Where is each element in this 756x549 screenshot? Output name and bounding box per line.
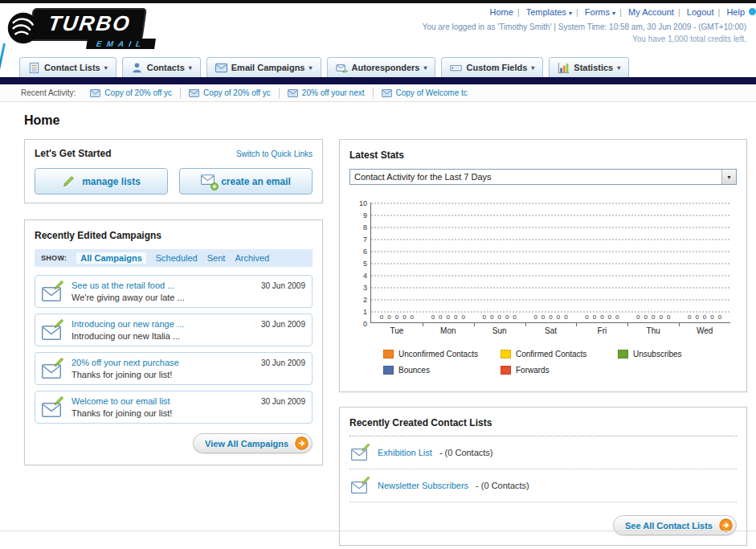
custom-fields-icon	[450, 62, 462, 74]
campaign-subtitle: Thanks for joining our list!	[72, 370, 179, 379]
chart-x-label: Sat	[525, 323, 577, 335]
stats-panel-title: Latest Stats	[349, 150, 737, 161]
chart-value-label: 0	[695, 313, 698, 321]
filter-sent[interactable]: Sent	[207, 253, 226, 263]
campaign-date: 30 Jun 2009	[261, 396, 305, 406]
contact-list-count: - (0 Contacts)	[476, 481, 529, 490]
chart-value-label: 0	[431, 313, 435, 321]
logo-text-primary: TURBO	[47, 11, 133, 35]
get-started-panel: Let's Get Started Switch to Quick Links …	[24, 139, 323, 203]
contact-list-link[interactable]: Newsletter Subscribers	[378, 481, 468, 490]
filter-scheduled[interactable]: Scheduled	[156, 253, 198, 263]
chart-y-tick: 2	[363, 297, 367, 303]
chart-y-tick: 9	[363, 212, 367, 219]
switch-to-quick-links-link[interactable]: Switch to Quick Links	[236, 150, 313, 158]
recent-activity-item[interactable]: 20% off your next	[280, 88, 374, 99]
header-right: Home| Templates ▾| Forms ▾| My Account| …	[423, 7, 746, 43]
campaign-title-link[interactable]: See us at the retail food ...	[72, 281, 185, 290]
campaign-row[interactable]: See us at the retail food ... We're givi…	[35, 275, 313, 308]
edit-campaign-icon	[42, 358, 64, 379]
chart-value-label: 0	[549, 313, 552, 321]
chart-value-label: 0	[483, 313, 486, 321]
view-all-campaigns-label: View All Campaigns	[205, 439, 288, 449]
chart-value-label: 0	[615, 313, 619, 321]
filter-all-campaigns[interactable]: All Campaigns	[76, 252, 145, 264]
create-an-email-button[interactable]: create an email	[179, 168, 313, 195]
top-link-home[interactable]: Home	[489, 7, 513, 17]
chevron-down-icon: ▾	[612, 10, 615, 17]
envelope-icon	[90, 89, 100, 97]
legend-swatch	[618, 350, 628, 358]
chart-value-label: 0	[533, 313, 537, 321]
tab-label: Custom Fields	[466, 63, 527, 72]
chevron-down-icon: ▼	[721, 170, 736, 184]
legend-swatch	[501, 350, 511, 358]
see-all-contact-lists-label: See All Contact Lists	[625, 521, 713, 531]
contact-list-item[interactable]: Newsletter Subscribers - (0 Contacts)	[349, 469, 737, 502]
campaign-title-link[interactable]: Welcome to our email list	[72, 396, 172, 406]
main-nav: Contact Lists ▾ Contacts ▾ Email Campaig…	[0, 55, 756, 77]
link-separator: |	[517, 7, 520, 17]
stats-period-value: Contact Activity for the Last 7 Days	[354, 172, 492, 182]
campaign-title-link[interactable]: Introducing our new range ...	[72, 319, 184, 329]
chart-value-label: 0	[387, 313, 390, 321]
logo-subtext: EMAIL	[86, 39, 156, 49]
campaign-row[interactable]: Welcome to our email list Thanks for joi…	[35, 391, 313, 424]
recent-activity-item[interactable]: Copy of 20% off yc	[181, 88, 280, 99]
app-logo: TURBO EMAIL	[6, 5, 199, 53]
campaign-row[interactable]: Introducing our new range ... Introducin…	[35, 313, 313, 346]
chart-value-label: 0	[447, 313, 450, 321]
legend-swatch	[383, 350, 394, 358]
legend-label: Bounces	[398, 366, 430, 375]
recent-activity-text: Copy of Welcome tc	[396, 88, 468, 97]
chart-y-tick: 10	[359, 200, 367, 207]
tab-email-campaigns[interactable]: Email Campaigns ▾	[206, 57, 321, 77]
link-separator: |	[678, 7, 680, 17]
tab-autoresponders[interactable]: Autoresponders ▾	[327, 57, 436, 77]
chart-day-group: 00000	[423, 313, 474, 321]
chart-day-group: 00000	[474, 313, 525, 321]
chart-value-label: 0	[636, 313, 640, 321]
legend-item: Confirmed Contacts	[501, 350, 618, 358]
legend-label: Unconfirmed Contacts	[398, 350, 478, 358]
tab-label: Contact Lists	[44, 63, 100, 72]
edit-list-icon	[351, 444, 370, 461]
chart-value-label: 0	[439, 313, 442, 321]
view-all-campaigns-button[interactable]: View All Campaigns	[193, 433, 313, 453]
contact-list-link[interactable]: Exhibition List	[378, 448, 432, 457]
chevron-down-icon: ▾	[423, 64, 427, 72]
recent-activity-bar: Recent Activity: Copy of 20% off yc Copy…	[0, 84, 756, 102]
tab-custom-fields[interactable]: Custom Fields ▾	[441, 57, 543, 77]
manage-lists-button[interactable]: manage lists	[35, 168, 168, 195]
envelope-icon	[288, 89, 298, 97]
contact-list-item[interactable]: Exhibition List - (0 Contacts)	[349, 436, 737, 469]
tab-contacts[interactable]: Contacts ▾	[122, 57, 201, 77]
recent-activity-item[interactable]: Copy of 20% off yc	[82, 88, 181, 99]
tab-statistics[interactable]: Statistics ▾	[549, 57, 629, 77]
logo-swirl-icon	[6, 11, 40, 45]
chart-value-label: 0	[411, 313, 414, 321]
top-link-my-account[interactable]: My Account	[628, 7, 674, 17]
top-nav: Home| Templates ▾| Forms ▾| My Account| …	[423, 7, 746, 17]
campaign-subtitle: Thanks for joining our list!	[72, 408, 172, 418]
top-link-help[interactable]: Help	[726, 7, 745, 17]
tab-contact-lists[interactable]: Contact Lists ▾	[19, 57, 116, 77]
chart-value-label: 0	[461, 313, 464, 321]
legend-label: Forwards	[516, 366, 550, 375]
top-link-logout[interactable]: Logout	[687, 7, 714, 17]
recent-contact-lists-panel: Recently Created Contact Lists Exhibitio…	[339, 407, 747, 546]
recent-activity-item[interactable]: Copy of Welcome tc	[374, 88, 476, 99]
filter-archived[interactable]: Archived	[235, 253, 269, 263]
chart-value-label: 0	[557, 313, 560, 321]
chart-day-group: 00000	[525, 313, 577, 321]
campaign-title-link[interactable]: 20% off your next purchase	[72, 358, 179, 367]
stats-period-select[interactable]: Contact Activity for the Last 7 Days ▼	[349, 169, 737, 185]
legend-item: Forwards	[501, 366, 618, 375]
page-title: Home	[24, 113, 732, 128]
chart-x-label: Mon	[423, 323, 474, 335]
chart-x-label: Wed	[679, 323, 730, 335]
top-link-forms[interactable]: Forms ▾	[585, 7, 615, 17]
top-link-templates[interactable]: Templates ▾	[526, 7, 572, 17]
see-all-contact-lists-button[interactable]: See All Contact Lists	[613, 515, 737, 535]
campaign-row[interactable]: 20% off your next purchase Thanks for jo…	[35, 352, 313, 385]
